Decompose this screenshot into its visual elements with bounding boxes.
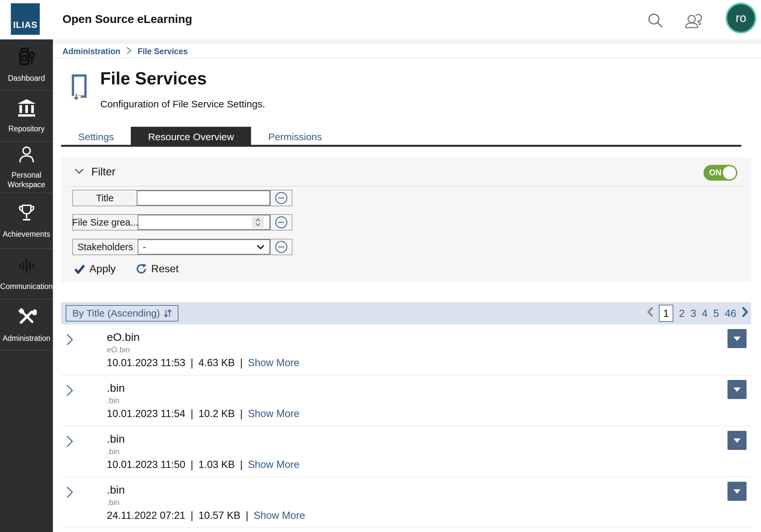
breadcrumb: Administration File Services [53,44,761,58]
person-icon [17,145,36,165]
show-more-link[interactable]: Show More [248,355,299,370]
number-stepper[interactable] [252,216,264,228]
actions-dropdown-button[interactable] [728,380,746,399]
select-chevron-icon [256,244,265,249]
sidebar-item-dashboard[interactable]: Dashboard [0,39,53,91]
list-item: .bin .bin [61,528,751,532]
filter-label-file-size: File Size grea... [73,215,138,230]
pagination: 1 2 3 4 5 46 [647,305,748,322]
reset-button[interactable]: Reset [135,263,179,275]
pagination-page[interactable]: 4 [702,307,708,320]
avatar[interactable]: ro [726,3,756,33]
pagination-prev-icon[interactable] [647,307,653,320]
page-subtitle: Configuration of File Service Settings. [100,98,265,110]
expand-chevron-icon[interactable] [65,486,74,500]
show-more-link[interactable]: Show More [248,406,299,421]
sidebar-item-label: Administration [1,334,52,343]
pagination-page[interactable]: 3 [690,307,696,320]
actions-dropdown-button[interactable] [728,482,746,501]
reset-icon [135,263,147,275]
pagination-next-icon[interactable] [742,307,748,320]
file-subtitle: .bin [107,395,712,406]
file-size: 4.63 KB [199,355,235,370]
list-item: .bin .bin 24.11.2022 07:21 | 10.57 KB | … [61,477,751,528]
sort-label: By Title (Ascending) [72,308,160,319]
caret-down-icon [733,489,741,494]
filter-file-size-input[interactable] [138,215,270,230]
page-title: File Services [100,68,207,88]
stakeholders-selected-value: - [143,242,146,252]
sidebar-item-communication[interactable]: Communication [0,248,53,299]
toggle-knob [723,166,736,179]
pagination-page[interactable]: 5 [713,307,719,320]
filter-on-toggle[interactable]: ON [704,165,737,181]
expand-chevron-icon[interactable] [65,384,74,399]
file-size: 1.03 KB [199,457,235,472]
logo-text: ILIAS [13,20,37,30]
tab-settings[interactable]: Settings [61,127,131,147]
view-controls-bar: By Title (Ascending) 1 2 3 4 5 46 [61,302,751,324]
filter-actions: Apply Reset [74,263,179,275]
list-item: .bin .bin 10.01.2023 11:50 | 1.03 KB | S… [61,426,751,477]
file-date: 10.01.2023 11:53 [107,355,185,370]
pagination-page[interactable]: 46 [725,307,736,320]
ilias-logo[interactable]: ILIAS [11,3,40,35]
file-subtitle: .bin [107,497,712,508]
breadcrumb-chevron-icon [126,46,132,56]
dashboard-jar-icon [16,47,37,68]
filter-collapse-toggle[interactable]: Filter [74,166,115,178]
stakeholders-select[interactable]: - [138,239,270,254]
waveform-icon [16,257,37,277]
tab-permissions[interactable]: Permissions [251,127,339,147]
remove-filter-title-button[interactable] [271,190,292,206]
show-more-link[interactable]: Show More [254,508,305,523]
sidebar-item-administration[interactable]: Administration [0,299,53,350]
pagination-page-current[interactable]: 1 [659,305,673,322]
main-sidebar: Dashboard Repository Pers [0,39,53,532]
sidebar-item-personal-workspace[interactable]: Personal Workspace [0,141,53,193]
search-icon[interactable] [645,10,666,31]
pagination-page[interactable]: 2 [679,307,685,320]
remove-filter-stakeholders-button[interactable] [271,239,292,255]
toggle-state-label: ON [709,168,722,177]
filter-label-title: Title [73,190,137,206]
expand-chevron-icon[interactable] [65,333,74,347]
sidebar-item-label: Dashboard [7,74,46,83]
filter-title: Filter [91,166,115,178]
sidebar-item-achievements[interactable]: Achievements [0,193,53,248]
filter-panel: Filter ON Title File Size grea... [61,158,751,282]
resource-list: eO.bin eO.bin 10.01.2023 11:53 | 4.63 KB… [61,324,751,532]
avatar-initials: ro [736,11,746,25]
filter-row-title: Title [72,190,292,206]
file-title: .bin [107,381,712,395]
file-date: 10.01.2023 11:50 [107,457,185,472]
file-properties: 10.01.2023 11:50 | 1.03 KB | Show More [107,457,712,472]
filter-title-input[interactable] [137,190,270,206]
expand-chevron-icon[interactable] [65,435,74,449]
file-subtitle: eO.bin [107,344,712,355]
breadcrumb-file-services[interactable]: File Services [137,47,188,56]
filter-header: Filter ON [61,158,751,186]
breadcrumb-administration[interactable]: Administration [62,47,120,56]
sort-button[interactable]: By Title (Ascending) [66,305,178,322]
file-title: .bin [107,432,712,446]
tab-resource-overview[interactable]: Resource Overview [131,127,251,147]
sidebar-item-repository[interactable]: Repository [0,91,53,141]
show-more-link[interactable]: Show More [248,457,299,472]
actions-dropdown-button[interactable] [728,431,746,450]
file-subtitle: .bin [107,446,712,457]
sort-arrows-icon [163,308,172,318]
tools-icon [17,307,37,328]
remove-filter-file-size-button[interactable] [271,214,292,231]
apply-label: Apply [89,263,116,275]
top-header: ILIAS Open Source eLearning ro [0,0,761,39]
actions-dropdown-button[interactable] [728,329,746,348]
file-properties: 10.01.2023 11:54 | 10.2 KB | Show More [107,406,712,421]
file-title: eO.bin [107,330,712,344]
file-size: 10.57 KB [199,508,241,523]
ilias-admin-page: ILIAS Open Source eLearning ro [0,0,761,532]
apply-button[interactable]: Apply [74,263,116,275]
file-date: 24.11.2022 07:21 [107,508,185,523]
who-is-online-icon[interactable] [683,10,704,31]
file-size: 10.2 KB [199,406,235,421]
